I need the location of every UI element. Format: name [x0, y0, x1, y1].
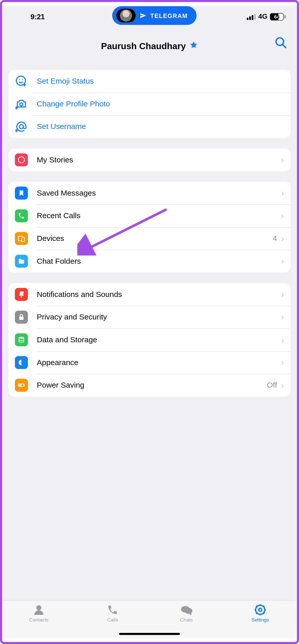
row-my-stories[interactable]: My Stories ›: [8, 148, 291, 171]
svg-point-7: [20, 103, 23, 106]
svg-point-3: [19, 79, 20, 80]
row-recent-calls[interactable]: Recent Calls ›: [8, 204, 291, 227]
svg-point-24: [36, 605, 41, 610]
tab-bar: Contacts Calls Chats Settings: [2, 600, 297, 638]
row-label: Set Username: [37, 122, 284, 131]
stories-icon: [15, 153, 28, 166]
chevron-right-icon: ›: [281, 289, 284, 300]
bookmark-icon: [15, 187, 28, 200]
row-chat-folders[interactable]: Chat Folders ›: [8, 250, 291, 273]
row-label: Recent Calls: [37, 211, 281, 220]
svg-line-36: [263, 606, 264, 607]
row-label: Chat Folders: [37, 257, 281, 266]
svg-point-13: [18, 157, 24, 163]
tab-label: Calls: [107, 617, 118, 623]
row-change-profile-photo[interactable]: Change Profile Photo: [8, 92, 291, 115]
section-stories: My Stories ›: [8, 148, 291, 171]
devices-icon: [15, 232, 28, 245]
battery-icon: [15, 379, 28, 392]
contrast-icon: [15, 356, 28, 369]
chevron-right-icon: ›: [281, 380, 284, 391]
home-indicator[interactable]: [119, 633, 180, 635]
section-app-settings: Notifications and Sounds › Privacy and S…: [8, 283, 291, 396]
row-saved-messages[interactable]: Saved Messages ›: [8, 182, 291, 204]
row-appearance[interactable]: Appearance ›: [8, 351, 291, 374]
pill-label: TELEGRAM: [150, 12, 188, 19]
status-time: 9:21: [13, 12, 62, 21]
svg-line-35: [256, 613, 257, 614]
tab-label: Contacts: [29, 617, 48, 623]
chats-icon: [180, 604, 193, 616]
section-profile-actions: Set Emoji Status Change Profile Photo Se…: [8, 70, 291, 138]
row-label: Devices: [37, 234, 273, 243]
status-right: 4G 64: [247, 13, 286, 21]
database-icon: [15, 333, 28, 346]
folder-icon: [15, 255, 28, 268]
dynamic-island-pill[interactable]: TELEGRAM: [112, 6, 197, 25]
notch-avatar: [116, 9, 136, 22]
svg-point-26: [185, 608, 192, 614]
row-privacy-security[interactable]: Privacy and Security ›: [8, 306, 291, 329]
svg-line-1: [283, 45, 286, 48]
camera-plus-icon: [15, 98, 28, 110]
bell-icon: [15, 288, 28, 301]
phone-icon: [15, 209, 28, 222]
calls-icon: [107, 604, 118, 616]
row-data-storage[interactable]: Data and Storage ›: [8, 329, 291, 351]
row-set-emoji-status[interactable]: Set Emoji Status: [8, 70, 291, 93]
svg-point-28: [259, 608, 262, 611]
row-label: Notifications and Sounds: [37, 290, 281, 299]
tab-chats[interactable]: Chats: [150, 600, 223, 638]
paper-plane-icon: [140, 12, 146, 19]
chevron-right-icon: ›: [281, 335, 284, 345]
row-set-username[interactable]: Set Username: [8, 115, 291, 138]
tab-calls[interactable]: Calls: [76, 600, 150, 638]
page-header: Paurush Chaudhary: [2, 28, 297, 59]
premium-star-icon: [189, 41, 198, 52]
row-label: Power Saving: [37, 381, 267, 390]
page-title: Paurush Chaudhary: [101, 41, 186, 52]
tab-label: Chats: [180, 617, 193, 623]
svg-rect-23: [24, 385, 25, 386]
power-saving-value: Off: [267, 381, 277, 390]
network-label: 4G: [258, 13, 267, 21]
row-label: Set Emoji Status: [37, 77, 284, 86]
svg-line-34: [263, 613, 264, 614]
smile-plus-icon: [15, 75, 28, 88]
battery-icon: 64: [270, 13, 286, 21]
row-label: Change Profile Photo: [37, 100, 284, 108]
search-icon: [274, 36, 287, 49]
svg-rect-18: [19, 316, 24, 320]
row-label: Privacy and Security: [37, 313, 281, 321]
chevron-right-icon: ›: [281, 211, 284, 221]
search-button[interactable]: [274, 36, 287, 51]
settings-icon: [254, 604, 266, 616]
svg-point-17: [22, 291, 24, 293]
row-label: Saved Messages: [37, 189, 281, 198]
lock-icon: [15, 311, 28, 324]
svg-point-10: [19, 125, 23, 129]
chevron-right-icon: ›: [281, 312, 284, 323]
row-notifications[interactable]: Notifications and Sounds ›: [8, 283, 291, 306]
row-label: Appearance: [37, 358, 281, 367]
tab-contacts[interactable]: Contacts: [2, 600, 76, 638]
tab-label: Settings: [251, 617, 269, 623]
svg-point-4: [22, 79, 23, 80]
svg-rect-22: [19, 385, 22, 386]
chevron-right-icon: ›: [281, 256, 284, 267]
svg-point-19: [19, 337, 24, 338]
status-bar: 9:21 TELEGRAM 4G 64: [2, 6, 297, 28]
devices-count: 4: [273, 234, 277, 243]
svg-line-33: [256, 606, 257, 607]
row-label: My Stories: [37, 155, 281, 164]
chevron-right-icon: ›: [281, 155, 284, 165]
at-plus-icon: [15, 120, 28, 133]
tab-settings[interactable]: Settings: [223, 600, 297, 638]
row-power-saving[interactable]: Power Saving Off ›: [8, 374, 291, 397]
cellular-icon: [247, 14, 256, 20]
chevron-right-icon: ›: [281, 233, 284, 244]
chevron-right-icon: ›: [281, 357, 284, 368]
row-devices[interactable]: Devices 4 ›: [8, 227, 291, 250]
section-chats: Saved Messages › Recent Calls › Devices …: [8, 182, 291, 272]
contacts-icon: [33, 604, 45, 616]
